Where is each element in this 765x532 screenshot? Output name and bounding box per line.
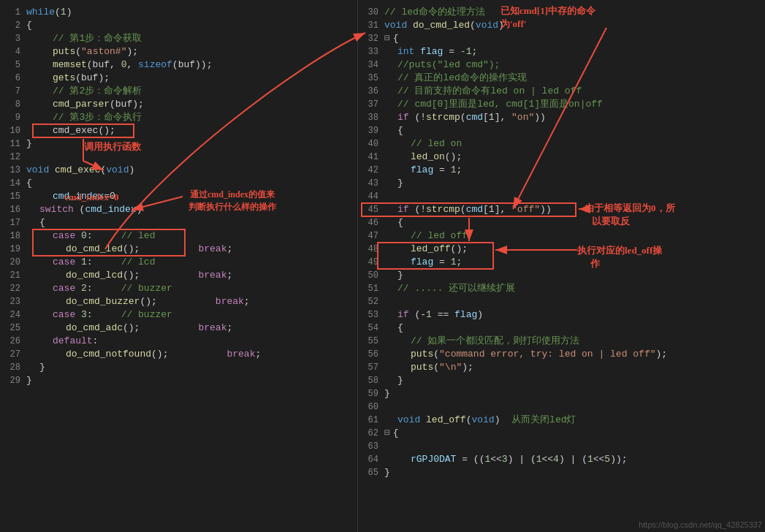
right-line-1: 31void do_cmd_led(void) — [364, 19, 765, 32]
right-line-27: 57puts("\n"); — [364, 361, 765, 374]
right-line-15: 45if (!strcmp(cmd[1], "off")) — [364, 203, 765, 216]
left-line-5: 6gets(buf); — [6, 72, 357, 85]
line-number: 43 — [364, 177, 384, 190]
line-number: 33 — [364, 45, 384, 58]
right-line-34: 64rGPJ0DAT = ((1<<3) | (1<<4) | (1<<5)); — [364, 453, 765, 466]
line-number: 7 — [6, 85, 26, 98]
line-number: 40 — [364, 137, 384, 151]
line-number: 19 — [6, 243, 26, 256]
line-number: 31 — [364, 19, 384, 32]
left-line-2: 3// 第1步：命令获取 — [6, 32, 357, 45]
right-line-0: 30// led命令的处理方法 — [364, 6, 765, 19]
left-line-11: 12 — [6, 151, 357, 164]
line-number: 21 — [6, 269, 26, 282]
line-number: 16 — [6, 203, 26, 216]
line-number: 5 — [6, 58, 26, 72]
right-line-4: 34//puts("led cmd"); — [364, 58, 765, 72]
left-line-6: 7// 第2步：命令解析 — [6, 85, 357, 98]
left-line-19: 20case 1: // lcd — [6, 256, 357, 269]
left-line-12: 13void cmd_exec(void) — [6, 164, 357, 177]
right-line-6: 36// 目前支持的命令有led on | led off — [364, 85, 765, 98]
line-number: 42 — [364, 164, 384, 177]
line-number: 29 — [6, 374, 26, 387]
right-line-20: 50} — [364, 269, 765, 282]
left-line-4: 5memset(buf, 0, sizeof(buf)); — [6, 58, 357, 72]
line-number: 34 — [364, 58, 384, 72]
line-number: 63 — [364, 440, 384, 453]
right-line-9: 39{ — [364, 124, 765, 137]
right-line-30: 60 — [364, 400, 765, 414]
line-number: 53 — [364, 308, 384, 322]
left-line-27: 28} — [6, 361, 357, 374]
line-number: 6 — [6, 72, 26, 85]
left-line-1: 2{ — [6, 19, 357, 32]
right-line-35: 65} — [364, 466, 765, 479]
line-number: 2 — [6, 19, 26, 32]
line-number: 52 — [364, 295, 384, 308]
right-line-31: 61void led_off(void) 从而关闭led灯 — [364, 414, 765, 427]
line-number: 56 — [364, 348, 384, 361]
left-line-7: 8cmd_parser(buf); — [6, 98, 357, 111]
left-line-21: 22case 2: // buzzer — [6, 282, 357, 295]
line-number: 58 — [364, 374, 384, 387]
line-number: 23 — [6, 295, 26, 308]
line-number: 57 — [364, 361, 384, 374]
left-line-20: 21do_cmd_lcd();break; — [6, 269, 357, 282]
left-line-13: 14{ — [6, 177, 357, 190]
right-panel: 30// led命令的处理方法31void do_cmd_led(void)32… — [358, 0, 765, 532]
line-number: 41 — [364, 151, 384, 164]
right-line-18: 48led_off(); — [364, 243, 765, 256]
line-number: 54 — [364, 322, 384, 335]
left-line-24: 25do_cmd_adc();break; — [6, 322, 357, 335]
line-number: 46 — [364, 216, 384, 229]
right-line-3: 33int flag = -1; — [364, 45, 765, 58]
line-number: 4 — [6, 45, 26, 58]
left-line-18: 19do_cmd_led();break; — [6, 243, 357, 256]
left-line-9: 10cmd_exec(); — [6, 124, 357, 137]
right-line-17: 47// led off — [364, 229, 765, 243]
right-line-7: 37// cmd[0]里面是led, cmd[1]里面是on|off — [364, 98, 765, 111]
line-number: 32 — [364, 32, 384, 45]
right-line-10: 40// led on — [364, 137, 765, 151]
right-line-5: 35// 真正的led命令的操作实现 — [364, 72, 765, 85]
right-line-29: 59} — [364, 387, 765, 400]
right-line-11: 41led_on(); — [364, 151, 765, 164]
line-number: 24 — [6, 308, 26, 322]
line-number: 39 — [364, 124, 384, 137]
right-line-23: 53if (-1 == flag) — [364, 308, 765, 322]
line-number: 28 — [6, 361, 26, 374]
line-number: 12 — [6, 151, 26, 164]
right-line-28: 58} — [364, 374, 765, 387]
line-number: 37 — [364, 98, 384, 111]
line-number: 15 — [6, 190, 26, 203]
line-number: 48 — [364, 243, 384, 256]
watermark: https://blog.csdn.net/qq_42825337 — [639, 520, 762, 529]
line-number: 1 — [6, 6, 26, 19]
right-line-21: 51// ..... 还可以继续扩展 — [364, 282, 765, 295]
right-line-22: 52 — [364, 295, 765, 308]
line-number: 38 — [364, 111, 384, 124]
line-number: 47 — [364, 229, 384, 243]
left-line-14: 15cmd_index=0 — [6, 190, 357, 203]
line-number: 8 — [6, 98, 26, 111]
line-number: 62 — [364, 427, 384, 440]
line-number: 26 — [6, 335, 26, 348]
right-line-26: 56puts("command error, try: led on | led… — [364, 348, 765, 361]
right-line-13: 43} — [364, 177, 765, 190]
right-line-8: 38if (!strcmp(cmd[1], "on")) — [364, 111, 765, 124]
line-number: 20 — [6, 256, 26, 269]
right-line-16: 46{ — [364, 216, 765, 229]
right-line-2: 32⊟{ — [364, 32, 765, 45]
line-number: 13 — [6, 164, 26, 177]
left-line-23: 24case 3: // buzzer — [6, 308, 357, 322]
right-line-33: 63 — [364, 440, 765, 453]
left-line-3: 4puts("aston#"); — [6, 45, 357, 58]
line-number: 49 — [364, 256, 384, 269]
line-number: 44 — [364, 190, 384, 203]
line-number: 36 — [364, 85, 384, 98]
line-number: 18 — [6, 229, 26, 243]
left-line-22: 23do_cmd_buzzer();break; — [6, 295, 357, 308]
left-line-16: 17{ — [6, 216, 357, 229]
line-number: 30 — [364, 6, 384, 19]
right-line-12: 42flag = 1; — [364, 164, 765, 177]
